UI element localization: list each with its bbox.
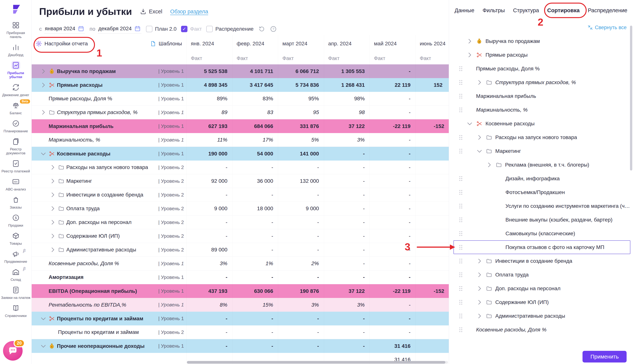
tree-row[interactable]: Дизайн, инфографика xyxy=(449,172,630,186)
drag-handle-icon[interactable] xyxy=(458,107,464,113)
sidebar-item-payment-requests[interactable]: Заявки на платеж xyxy=(0,284,32,302)
plan-checkbox[interactable] xyxy=(146,26,152,32)
drag-handle-icon[interactable] xyxy=(458,258,464,264)
section-overview-link[interactable]: Обзор раздела xyxy=(170,8,208,15)
tree-row[interactable]: Прямые расходы xyxy=(449,48,630,62)
reset-icon[interactable] xyxy=(258,26,265,32)
tree-row[interactable]: Прямые расходы, Доля % xyxy=(449,62,630,76)
tab-filters[interactable]: Фильтры xyxy=(482,7,505,14)
chevron-right-icon[interactable] xyxy=(476,272,483,278)
drag-handle-icon[interactable] xyxy=(458,93,464,100)
templates-button[interactable]: Шаблоны xyxy=(149,40,183,47)
chevron-right-icon[interactable] xyxy=(49,205,56,212)
drag-handle-icon[interactable] xyxy=(458,148,464,154)
tree-row[interactable]: Косвенные расходы, Доля % xyxy=(449,323,630,336)
drag-handle-icon[interactable] xyxy=(458,272,464,278)
tree-row[interactable]: Фотосъемка/Продакшен xyxy=(449,186,630,199)
sidebar-item-documents-registry[interactable]: Реестр документов xyxy=(0,135,32,157)
drag-handle-icon[interactable] xyxy=(458,189,464,196)
sidebar-item-balance[interactable]: БалансBeta xyxy=(0,99,32,117)
chevron-right-icon[interactable] xyxy=(49,233,56,240)
drag-handle-icon[interactable] xyxy=(458,217,464,223)
sidebar-item-cash-flow[interactable]: Движение денег xyxy=(0,81,32,99)
tree-row[interactable]: Косвенные расходы xyxy=(449,117,630,130)
date-to-field[interactable]: декабря 2024 xyxy=(98,25,141,34)
drag-handle-icon[interactable] xyxy=(458,326,464,333)
tab-data[interactable]: Данные xyxy=(455,7,474,14)
sidebar-item-payments-registry[interactable]: Реестр платежей xyxy=(0,157,32,175)
sidebar-item-profit-loss[interactable]: Прибыли убытки xyxy=(0,59,32,81)
chevron-right-icon[interactable] xyxy=(476,79,483,86)
panel-scrollbar[interactable] xyxy=(630,26,632,170)
chevron-right-icon[interactable] xyxy=(466,38,473,44)
drag-handle-icon[interactable] xyxy=(458,66,464,72)
chevron-right-icon[interactable] xyxy=(40,109,47,116)
app-logo[interactable] xyxy=(10,4,22,15)
sidebar-item-promotion[interactable]: Продвижениеβ xyxy=(0,248,32,266)
chevron-right-icon[interactable] xyxy=(49,178,56,184)
chevron-right-icon[interactable] xyxy=(466,52,473,58)
sidebar-item-warehouse[interactable]: Складβ xyxy=(0,266,32,284)
help-icon[interactable]: ? xyxy=(270,26,277,32)
date-from-field[interactable]: января 2024 xyxy=(44,25,85,34)
tree-row[interactable]: Доп. расходы на персонал xyxy=(449,282,630,295)
drag-handle-icon[interactable] xyxy=(458,299,464,306)
drag-handle-icon[interactable] xyxy=(458,230,464,237)
tree-row[interactable]: Внешние выкупы (кэшбек, раздачи, бартер) xyxy=(449,213,630,226)
chevron-right-icon[interactable] xyxy=(49,219,56,226)
drag-handle-icon[interactable] xyxy=(458,203,464,209)
distribution-checkbox[interactable] xyxy=(206,26,213,32)
drag-handle-icon[interactable] xyxy=(458,176,464,182)
chevron-right-icon[interactable] xyxy=(476,285,483,292)
chevron-right-icon[interactable] xyxy=(49,246,56,253)
sidebar-item-dashboard[interactable]: Дашборд xyxy=(0,41,32,59)
chevron-right-icon[interactable] xyxy=(476,134,483,141)
drag-handle-icon[interactable] xyxy=(458,313,464,319)
plan-checkbox-group[interactable]: План 2.0 xyxy=(146,26,177,32)
tree-row[interactable]: Расходы на запуск нового товара xyxy=(449,130,630,144)
tree-row[interactable]: Административные расходы xyxy=(449,309,630,323)
sidebar-item-abc-analysis[interactable]: АВСАВС-анализ xyxy=(0,175,32,193)
tree-row[interactable]: Структура прямых расходов, % xyxy=(449,76,630,89)
tree-row[interactable]: Маржинальность, % xyxy=(449,103,630,117)
tree-row[interactable]: Услуги по созданию инструментов маркетин… xyxy=(449,199,630,213)
distribution-checkbox-group[interactable]: Распределение xyxy=(206,26,254,32)
tree-row[interactable]: Оплата труда xyxy=(449,268,630,282)
tree-row[interactable]: Содержание ЮЛ (ИП) xyxy=(449,295,630,309)
chevron-down-icon[interactable] xyxy=(476,148,483,154)
horizontal-scrollbar-thumb[interactable] xyxy=(187,361,445,364)
chevron-right-icon[interactable] xyxy=(476,258,483,264)
tree-row[interactable]: Инвестиции в создание бренда xyxy=(449,254,630,268)
drag-handle-icon[interactable] xyxy=(458,134,464,140)
fact-checkbox-group[interactable]: Факт xyxy=(181,26,202,32)
drag-handle-icon[interactable] xyxy=(458,285,464,292)
drag-handle-icon[interactable] xyxy=(458,79,464,86)
chevron-right-icon[interactable] xyxy=(49,192,56,198)
tree-row[interactable]: $Выручка по продажам xyxy=(449,34,630,48)
chevron-right-icon[interactable] xyxy=(476,299,483,306)
collapse-all-link[interactable]: Свернуть все xyxy=(587,25,626,30)
tree-row[interactable]: Покупка отзывов с фото на карточку МП xyxy=(453,240,630,254)
chevron-right-icon[interactable] xyxy=(49,164,56,171)
sidebar-item-orders[interactable]: Заказы xyxy=(0,193,32,211)
tab-structure[interactable]: Структура xyxy=(513,7,539,14)
drag-handle-icon[interactable] xyxy=(458,244,464,250)
chevron-down-icon[interactable] xyxy=(40,343,47,350)
horizontal-scrollbar[interactable] xyxy=(187,361,448,364)
chevron-down-icon[interactable] xyxy=(40,150,47,157)
chevron-right-icon[interactable] xyxy=(486,162,493,168)
chevron-down-icon[interactable] xyxy=(40,315,47,322)
sidebar-item-sales[interactable]: $Продажи xyxy=(0,211,32,230)
tree-row[interactable]: Реклама (внешняя, в т.ч. блогеры) xyxy=(449,158,630,172)
tab-distribution[interactable]: Распределение xyxy=(588,7,627,14)
chevron-right-icon[interactable] xyxy=(40,82,47,88)
sidebar-item-references[interactable]: Справочники xyxy=(0,302,32,320)
sidebar-item-control-panel[interactable]: Приборная панель xyxy=(0,19,32,41)
tree-row[interactable]: Самовыкупы (классические) xyxy=(449,226,630,240)
excel-export-button[interactable]: Excel xyxy=(139,8,163,15)
sidebar-item-goods[interactable]: Товары xyxy=(0,230,32,248)
tree-row[interactable]: Маркетинг xyxy=(449,144,630,158)
chevron-right-icon[interactable] xyxy=(476,312,483,320)
fact-checkbox[interactable] xyxy=(181,26,187,32)
support-chat-button[interactable]: 20 xyxy=(3,341,23,360)
